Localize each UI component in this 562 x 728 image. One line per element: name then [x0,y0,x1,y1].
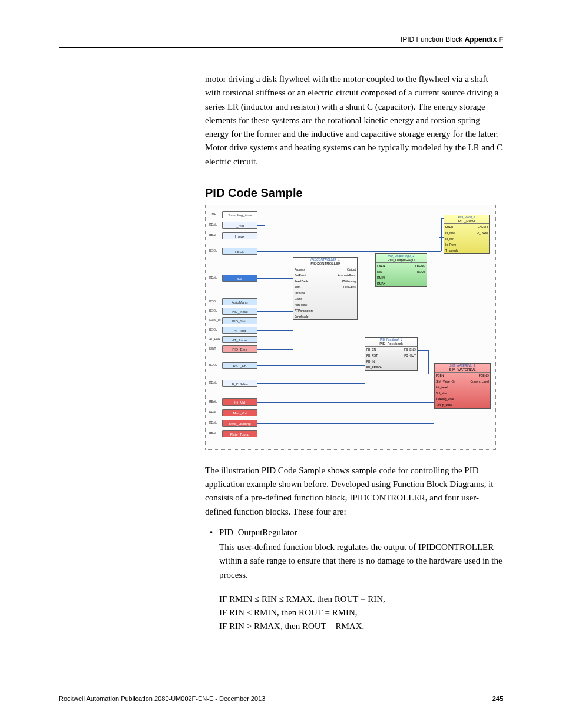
bullet-code-line-2: IF RIN < RMIN, then ROUT = RMIN, [219,606,503,620]
diagram-input-type: REAL [209,410,217,414]
diagram-input-type: BOOL [209,249,217,252]
diagram-input-rst-fb: RST_FB [222,362,257,369]
diagram-block-pid-feedback: PID_Feedback_1PID_FeedbackFB_ENFB_ENOFB_… [365,337,418,371]
diagram-input-type: DINT [209,347,216,350]
header-prefix: IPID Function Block [401,35,465,44]
diagram-input-automanu: AutoManu [222,298,257,305]
diagram-input-type: BOOL [209,309,217,312]
header-bold: Appendix F [465,35,503,44]
diagram-input-type: GAIN_PI [209,318,221,322]
diagram-input-pid-initial: PID_Initial [222,308,257,315]
pid-code-sample-diagram: Sampling_timeTIMEI_minREALI_maxREALFBENB… [205,205,496,450]
diagram-input-sampling-time: Sampling_time [222,211,257,218]
diagram-input-ini-vol: Ini_Vol [222,398,257,406]
bullet-body: This user-defined function block regulat… [219,541,503,582]
paragraph-2: The illustration PID Code Sample shows s… [205,464,503,519]
diagram-input-type: REAL [209,421,217,424]
diagram-input-type: AT_PAR [209,337,220,341]
diagram-input-type: BOOL [209,299,217,303]
page-footer: Rockwell Automation Publication 2080-UM0… [59,695,503,702]
diagram-block-sim-waterlvl: SIM_WATERLVL_1SIM_WATERLVLFBENFBENOSIM_V… [434,363,491,409]
diagram-input-sv: SV [222,275,257,282]
footer-page-number: 245 [492,695,503,702]
diagram-input-type: REAL [209,431,217,435]
paragraph-1: motor driving a disk flywheel with the m… [205,73,503,169]
diagram-input-i-min: I_min [222,222,257,229]
page-header: IPID Function Block Appendix F [59,35,503,48]
diagram-input-type: REAL [209,276,217,279]
diagram-input-rate-topup: Rate_Topup [222,430,257,437]
section-heading-pid-code-sample: PID Code Sample [205,186,503,200]
diagram-input-at-paras: AT_Paras [222,336,257,343]
diagram-input-i-max: I_max [222,232,257,239]
diagram-input-pid-emo: PID_Emo [222,345,257,353]
diagram-block-pid-pwm: PID_PWM_1PID_PWMFBENFBENOIn_MaxO_PWMIn_M… [444,215,490,254]
diagram-input-at-trig: AT_Trig [222,327,257,334]
diagram-input-rate-leaking: Rate_Leaking [222,420,257,427]
bullet-pid-output-regulator: PID_OutputRegulator This user-defined fu… [219,526,503,634]
diagram-input-type: REAL [209,233,217,237]
bullet-list: PID_OutputRegulator This user-defined fu… [219,526,503,634]
diagram-block-ipidcontroller: IPIDCONTROLLER_1IPIDCONTROLLERProcessOut… [293,257,358,320]
diagram-input-type: BOOL [209,328,217,331]
bullet-title: PID_OutputRegulator [219,528,297,537]
footer-publication: Rockwell Automation Publication 2080-UM0… [59,695,265,702]
diagram-block-pid-outputregul: PID_OutputRegul_1PID_OutputRegulFBENFBEN… [375,253,427,287]
diagram-input-fb-preset: FB_PRESET [222,380,257,387]
bullet-code-line-1: IF RMIN ≤ RIN ≤ RMAX, then ROUT = RIN, [219,592,503,606]
content-area: motor driving a disk flywheel with the m… [205,73,503,634]
diagram-input-type: TIME [209,212,216,216]
diagram-input-max-vol: Max_Vol [222,409,257,416]
diagram-input-type: REAL [209,223,217,226]
diagram-input-fben: FBEN [222,248,257,255]
diagram-input-pid-gain: PID_Gain [222,317,257,324]
diagram-input-type: BOOL [209,363,217,367]
diagram-input-type: REAL [209,381,217,384]
bullet-code-line-3: IF RIN > RMAX, then ROUT = RMAX. [219,620,503,633]
diagram-input-type: REAL [209,400,217,403]
